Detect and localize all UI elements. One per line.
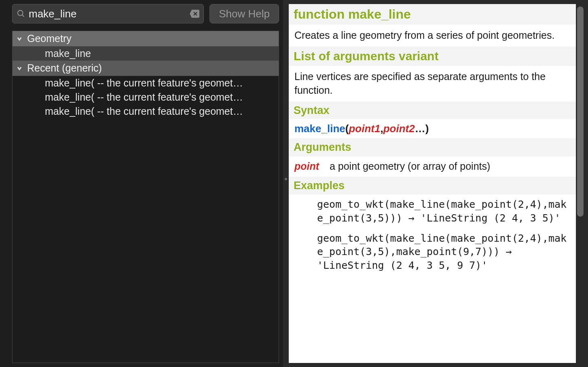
tree-item-recent[interactable]: make_line( -- the current feature's geom…	[13, 76, 279, 90]
help-title: function make_line	[289, 4, 576, 25]
help-variant-desc: Line vertices are specified as separate …	[289, 66, 576, 101]
help-arguments-heading: Arguments	[289, 138, 576, 156]
vertical-scrollbar[interactable]	[576, 4, 585, 363]
help-syntax: make_line(point1,point2…)	[289, 119, 576, 138]
help-document[interactable]: function make_line Creates a line geomet…	[289, 4, 576, 363]
clear-search-button[interactable]	[190, 10, 199, 18]
svg-point-0	[18, 11, 23, 16]
left-panel: Show Help Geometry make_line Recent (gen…	[0, 0, 283, 367]
syntax-arg: point1	[349, 122, 380, 135]
syntax-arg: point2	[383, 122, 415, 135]
search-row: Show Help	[12, 4, 279, 23]
help-syntax-heading: Syntax	[289, 101, 576, 119]
chevron-down-icon	[16, 65, 23, 72]
help-examples-heading: Examples	[289, 177, 576, 194]
tree-item-make-line[interactable]: make_line	[13, 46, 279, 61]
scrollbar-thumb[interactable]	[577, 6, 584, 217]
tree-group-label: Geometry	[27, 33, 72, 44]
svg-line-1	[22, 15, 24, 17]
argument-name: point	[294, 160, 327, 173]
help-variant-heading: List of arguments variant	[289, 46, 576, 66]
tree-group-geometry[interactable]: Geometry	[13, 31, 279, 46]
search-input[interactable]	[25, 8, 190, 20]
tree-item-recent[interactable]: make_line( -- the current feature's geom…	[13, 90, 279, 104]
help-argument-row: point a point geometry (or array of poin…	[294, 160, 570, 173]
syntax-fn: make_line	[294, 122, 345, 135]
chevron-down-icon	[16, 35, 23, 42]
show-help-button[interactable]: Show Help	[209, 4, 279, 23]
help-arguments-table: point a point geometry (or array of poin…	[289, 156, 576, 177]
tree-group-recent[interactable]: Recent (generic)	[13, 61, 279, 76]
close-icon	[193, 12, 197, 16]
help-description: Creates a line geometry from a series of…	[289, 25, 576, 46]
help-example: geom_to_wkt(make_line(make_point(2,4),ma…	[289, 228, 576, 276]
search-box[interactable]	[12, 4, 204, 23]
splitter-handle[interactable]	[283, 0, 289, 367]
function-tree[interactable]: Geometry make_line Recent (generic) make…	[12, 31, 279, 363]
argument-desc: a point geometry (or array of points)	[330, 160, 490, 172]
tree-group-label: Recent (generic)	[27, 62, 102, 74]
tree-item-recent[interactable]: make_line( -- the current feature's geom…	[13, 104, 279, 118]
help-example: geom_to_wkt(make_line(make_point(2,4),ma…	[289, 194, 576, 228]
search-icon	[17, 9, 25, 18]
right-panel: function make_line Creates a line geomet…	[289, 0, 588, 367]
